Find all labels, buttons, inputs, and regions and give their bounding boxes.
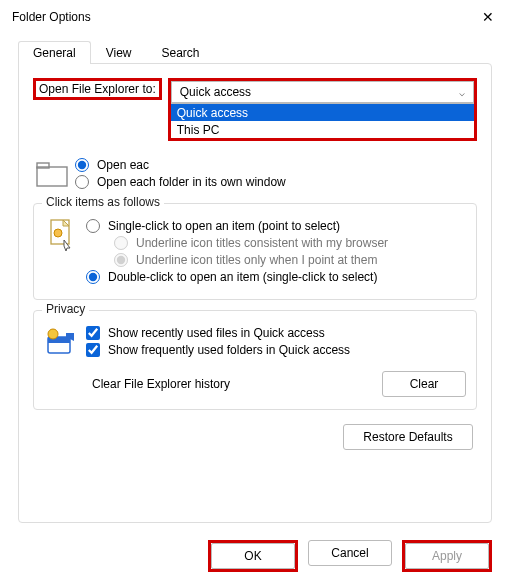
radio-double-click[interactable]: Double-click to open an item (single-cli… <box>86 270 466 284</box>
check-recent-files-label: Show recently used files in Quick access <box>108 326 325 340</box>
titlebar: Folder Options ✕ <box>0 0 510 34</box>
tab-search[interactable]: Search <box>147 41 215 64</box>
radio-same-window[interactable]: Open eac <box>75 158 477 172</box>
radio-same-window-label: Open eac <box>97 158 149 172</box>
restore-row: Restore Defaults <box>33 424 477 450</box>
open-explorer-label: Open File Explorer to: <box>33 78 162 100</box>
clear-history-label: Clear File Explorer history <box>92 377 374 391</box>
radio-underline-browser-label: Underline icon titles consistent with my… <box>136 236 388 250</box>
check-freq-folders-input[interactable] <box>86 343 100 357</box>
tab-general[interactable]: General <box>18 41 91 64</box>
folder-icon <box>33 155 71 193</box>
radio-double-click-label: Double-click to open an item (single-cli… <box>108 270 377 284</box>
radio-own-window-label: Open each folder in its own window <box>97 175 286 189</box>
combo-selected[interactable]: Quick access ⌵ <box>171 81 474 103</box>
radio-underline-point: Underline icon titles only when I point … <box>114 253 466 267</box>
combo-item-quick-access[interactable]: Quick access <box>171 104 474 121</box>
chevron-down-icon: ⌵ <box>459 87 465 98</box>
ok-button[interactable]: OK <box>211 543 295 569</box>
privacy-icon <box>44 323 82 361</box>
combo-dropdown-list: Quick access This PC <box>171 103 474 138</box>
tab-panel-general: Open File Explorer to: Quick access ⌵ Qu… <box>18 63 492 523</box>
radio-underline-browser: Underline icon titles consistent with my… <box>114 236 466 250</box>
folder-options-window: Folder Options ✕ General View Search Ope… <box>0 0 510 586</box>
tab-view[interactable]: View <box>91 41 147 64</box>
privacy-section: Privacy Show recently used fil <box>33 310 477 410</box>
check-recent-files-input[interactable] <box>86 326 100 340</box>
close-icon[interactable]: ✕ <box>474 9 502 25</box>
document-click-icon <box>44 216 82 254</box>
dialog-footer: OK Cancel Apply <box>0 540 510 572</box>
radio-single-click-input[interactable] <box>86 219 100 233</box>
apply-button[interactable]: Apply <box>405 543 489 569</box>
check-recent-files[interactable]: Show recently used files in Quick access <box>86 326 466 340</box>
radio-underline-point-input <box>114 253 128 267</box>
content-area: General View Search Open File Explorer t… <box>0 34 510 523</box>
radio-underline-point-label: Underline icon titles only when I point … <box>136 253 377 267</box>
radio-single-click[interactable]: Single-click to open an item (point to s… <box>86 219 466 233</box>
radio-underline-browser-input <box>114 236 128 250</box>
radio-own-window[interactable]: Open each folder in its own window <box>75 175 477 189</box>
apply-highlight: Apply <box>402 540 492 572</box>
radio-single-click-label: Single-click to open an item (point to s… <box>108 219 340 233</box>
svg-rect-0 <box>37 167 67 186</box>
ok-highlight: OK <box>208 540 298 572</box>
clear-history-row: Clear File Explorer history Clear <box>92 371 466 397</box>
check-freq-folders[interactable]: Show frequently used folders in Quick ac… <box>86 343 466 357</box>
click-items-legend: Click items as follows <box>42 195 164 209</box>
restore-defaults-button[interactable]: Restore Defaults <box>343 424 473 450</box>
svg-point-7 <box>48 329 58 339</box>
radio-own-window-input[interactable] <box>75 175 89 189</box>
clear-button[interactable]: Clear <box>382 371 466 397</box>
cancel-button[interactable]: Cancel <box>308 540 392 566</box>
radio-double-click-input[interactable] <box>86 270 100 284</box>
svg-point-4 <box>54 229 62 237</box>
tab-strip: General View Search <box>18 41 492 64</box>
open-explorer-row: Open File Explorer to: Quick access ⌵ Qu… <box>33 78 477 141</box>
check-freq-folders-label: Show frequently used folders in Quick ac… <box>108 343 350 357</box>
open-explorer-combo[interactable]: Quick access ⌵ Quick access This PC <box>168 78 477 141</box>
click-items-section: Click items as follows Single- <box>33 203 477 300</box>
window-title: Folder Options <box>12 10 474 24</box>
combo-item-this-pc[interactable]: This PC <box>171 121 474 138</box>
radio-same-window-input[interactable] <box>75 158 89 172</box>
privacy-legend: Privacy <box>42 302 89 316</box>
